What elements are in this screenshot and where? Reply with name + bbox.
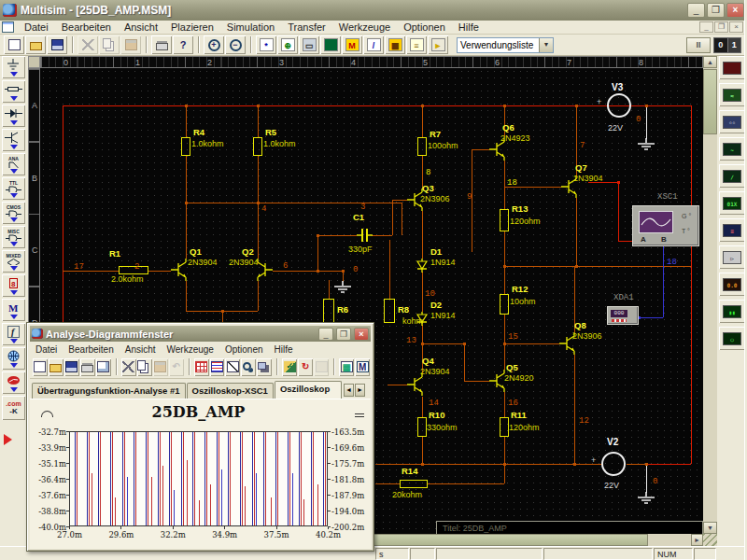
print-button[interactable] <box>151 35 172 54</box>
tab--bertragungsfunktion-analyse-1[interactable]: Übertragungsfunktion-Analyse #1 <box>32 383 186 399</box>
distortion-analyzer-xda1[interactable]: 000 <box>607 306 639 325</box>
menu-hilfe[interactable]: Hilfe <box>452 21 486 33</box>
analysis-menu-hilfe[interactable]: Hilfe <box>269 344 299 355</box>
postprocessor-button[interactable]: / <box>363 35 384 54</box>
analysis-title-bar[interactable]: Analyse-Diagrammfenster _ ❐ × <box>30 326 371 342</box>
resistor-R1[interactable] <box>119 266 148 274</box>
sources-group-button[interactable] <box>2 56 25 78</box>
analysis-graph-window[interactable]: Analyse-Diagrammfenster _ ❐ × DateiBearb… <box>26 322 374 552</box>
menu-bearbeiten[interactable]: Bearbeiten <box>55 21 118 33</box>
analog-group-button[interactable]: ANA <box>2 153 25 175</box>
tab-oszilloskop[interactable]: Oszilloskop <box>275 381 342 399</box>
analysis-menu-bearbeiten[interactable]: Bearbeiten <box>63 344 119 355</box>
refresh-button[interactable]: ↻ <box>298 358 313 376</box>
oscilloscope-button[interactable]: ∼ <box>719 137 745 161</box>
rf-group-button[interactable]: f <box>2 323 25 345</box>
power-switch-toggle[interactable]: 01 <box>713 37 741 53</box>
paste-button[interactable] <box>120 35 141 54</box>
miscellaneous-group-button[interactable]: M <box>2 299 25 321</box>
tab-scroll-right-button[interactable]: ► <box>355 384 365 397</box>
in-use-list-combo[interactable]: Verwendungsliste ▼ <box>457 37 554 53</box>
pause-simulation-button[interactable]: II <box>686 37 711 53</box>
plot-area[interactable] <box>69 431 328 526</box>
scroll-up-button[interactable]: ▲ <box>703 56 717 68</box>
multimeter-button[interactable] <box>719 56 745 79</box>
distortion-analyzer-button[interactable]: 0.0 <box>719 273 745 296</box>
analysis-menu-ansicht[interactable]: Ansicht <box>120 344 162 355</box>
menu-simulation[interactable]: Simulation <box>220 21 281 33</box>
new-button[interactable] <box>33 358 48 376</box>
copy-button[interactable] <box>99 35 120 54</box>
overlay-button[interactable] <box>257 358 272 376</box>
ttl-group-button[interactable]: TTL <box>2 177 25 200</box>
wattmeter-button[interactable]: ◦◦ <box>719 110 745 133</box>
source-V3[interactable] <box>607 93 631 118</box>
page-properties-button[interactable]: ✓ <box>282 358 297 376</box>
child-minimize-button[interactable]: _ <box>699 21 713 33</box>
simulate-button[interactable] <box>320 35 341 54</box>
component-edit-button[interactable]: ▦ <box>385 35 405 54</box>
paste-button[interactable] <box>153 358 168 376</box>
resistor-R5[interactable] <box>253 137 262 156</box>
menu-datei[interactable]: Datei <box>18 21 55 33</box>
zoom-button[interactable] <box>241 358 256 376</box>
child-close-button[interactable]: × <box>729 21 743 33</box>
diode-D1[interactable] <box>416 259 429 274</box>
resistor-R4[interactable] <box>181 137 190 156</box>
copy-button[interactable] <box>137 358 152 376</box>
new-button[interactable] <box>4 35 24 54</box>
restore-button[interactable]: ❐ <box>707 3 725 18</box>
menu-werkzeuge[interactable]: Werkzeuge <box>332 21 397 33</box>
scroll-down-button[interactable]: ▼ <box>703 522 717 534</box>
analysis-menu-optionen[interactable]: Optionen <box>219 344 269 355</box>
electromechanical-group-button[interactable] <box>2 347 25 370</box>
resistor-R14[interactable] <box>400 480 428 488</box>
bode-plotter-button[interactable]: / <box>719 164 745 188</box>
menu-ansicht[interactable]: Ansicht <box>118 21 164 33</box>
grid-toggle-button[interactable] <box>194 358 209 376</box>
logic-analyzer-button[interactable]: ≡ <box>719 218 745 242</box>
close-button[interactable]: × <box>726 3 744 18</box>
edaparts-com-button[interactable]: .com-K <box>2 396 25 420</box>
mixed-group-button[interactable]: MIXED <box>2 250 25 273</box>
oscilloscope-xsc1[interactable]: G °T °AB <box>632 205 699 246</box>
indicators-group-button[interactable]: 8 <box>2 274 25 297</box>
diode-D2[interactable] <box>416 312 429 328</box>
document-icon[interactable] <box>2 21 14 33</box>
transistor-Q4[interactable] <box>407 373 426 396</box>
resistor-R10[interactable] <box>417 417 427 437</box>
resistor-R13[interactable] <box>500 209 509 231</box>
analysis-button[interactable] <box>314 358 329 376</box>
undo-button[interactable]: ↶ <box>169 358 184 376</box>
child-restore-button[interactable]: ❐ <box>714 21 728 33</box>
cut-button[interactable] <box>121 358 136 376</box>
chevron-down-icon[interactable]: ▼ <box>539 38 553 52</box>
function-generator-button[interactable]: ≈ <box>719 83 745 106</box>
save-button[interactable] <box>47 35 67 54</box>
transfer-button[interactable]: ► <box>428 35 448 54</box>
menu-optionen[interactable]: Optionen <box>397 21 452 33</box>
minimize-button[interactable]: _ <box>687 3 705 18</box>
tab-scroll-left-button[interactable]: ◄ <box>344 384 354 397</box>
resistor-R6[interactable] <box>323 299 334 323</box>
open-button[interactable] <box>49 358 63 376</box>
resize-grip[interactable] <box>703 534 717 546</box>
analysis-minimize-button[interactable]: _ <box>318 328 333 341</box>
logic-converter-button[interactable]: ▷ <box>719 245 745 269</box>
analyses-button[interactable]: M <box>342 35 362 54</box>
print-preview-button[interactable] <box>96 358 111 376</box>
instruments-button[interactable]: ▭ <box>299 35 319 54</box>
vertical-scroll-thumb[interactable] <box>703 69 717 134</box>
menu-transfer[interactable]: Transfer <box>281 21 332 33</box>
spectrum-analyzer-button[interactable]: ▮▮ <box>719 300 745 323</box>
diodes-group-button[interactable] <box>2 105 25 127</box>
misc-digital-group-button[interactable]: MISC <box>2 226 25 248</box>
zoom-out-button[interactable]: − <box>225 35 246 54</box>
help-button[interactable]: ? <box>173 35 193 54</box>
scroll-right-button[interactable]: ► <box>691 534 703 546</box>
resistor-R7[interactable] <box>417 137 427 156</box>
transistor-Q1[interactable] <box>171 259 190 281</box>
save-button[interactable] <box>64 358 79 376</box>
export-excel-button[interactable]: ▦ <box>339 358 354 376</box>
analysis-maximize-button[interactable]: ❐ <box>336 328 351 341</box>
